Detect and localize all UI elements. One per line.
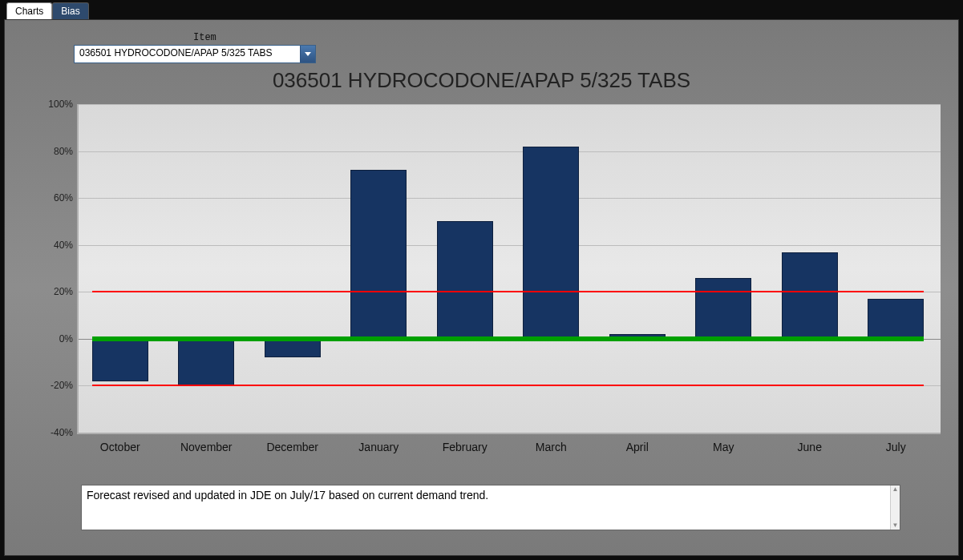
chart-title: 036501 HYDROCODONE/APAP 5/325 TABS <box>5 68 958 93</box>
gridline <box>79 104 941 105</box>
tab-bias[interactable]: Bias <box>52 2 88 19</box>
y-axis-tick: 60% <box>25 192 73 203</box>
bar-july <box>868 299 924 339</box>
x-axis-tick: July <box>856 441 936 453</box>
item-dropdown-value: 036501 HYDROCODONE/APAP 5/325 TABS <box>75 46 300 62</box>
x-axis-tick: June <box>770 441 850 453</box>
bar-november <box>178 339 234 386</box>
ref-line-upper <box>92 291 925 292</box>
bar-january <box>350 170 407 339</box>
gridline <box>79 151 941 152</box>
scroll-up-icon[interactable]: ▲ <box>892 485 899 494</box>
x-axis-tick: October <box>80 441 160 453</box>
bar-december <box>265 339 321 357</box>
chevron-down-icon[interactable] <box>300 46 315 62</box>
x-axis-tick: December <box>253 441 333 453</box>
item-label: Item <box>193 32 216 43</box>
y-axis-tick: 100% <box>25 99 73 110</box>
x-axis-tick: February <box>425 441 505 453</box>
bias-chart: 100%80%60%40%20%0%-20%-40%OctoberNovembe… <box>21 100 943 477</box>
y-axis-tick: 20% <box>25 286 73 297</box>
y-axis-tick: -40% <box>25 427 73 438</box>
bar-may <box>695 278 751 339</box>
gridline <box>79 198 941 199</box>
bar-february <box>437 221 493 338</box>
item-dropdown[interactable]: 036501 HYDROCODONE/APAP 5/325 TABS <box>74 45 316 63</box>
ref-line-lower <box>92 385 925 386</box>
notes-textarea[interactable]: Forecast revised and updated in JDE on J… <box>81 485 900 530</box>
notes-scrollbar[interactable]: ▲ ▼ <box>890 485 900 530</box>
x-axis-tick: January <box>338 441 419 453</box>
x-axis-tick: March <box>511 441 591 453</box>
notes-text: Forecast revised and updated in JDE on J… <box>82 485 890 530</box>
ref-line-zero <box>92 336 925 341</box>
content-panel: Item 036501 HYDROCODONE/APAP 5/325 TABS … <box>4 19 959 556</box>
bar-october <box>92 339 148 381</box>
y-axis-tick: -20% <box>25 380 73 391</box>
y-axis-tick: 0% <box>25 333 73 344</box>
gridline <box>79 245 941 246</box>
x-axis-tick: May <box>683 441 763 453</box>
tab-strip: Charts Bias <box>2 2 961 19</box>
tab-charts[interactable]: Charts <box>6 2 52 19</box>
x-axis-tick: November <box>166 441 246 453</box>
scroll-down-icon[interactable]: ▼ <box>892 522 899 530</box>
y-axis-tick: 80% <box>25 146 73 157</box>
x-axis-tick: April <box>597 441 678 453</box>
bar-june <box>782 252 838 339</box>
y-axis-tick: 40% <box>25 240 73 251</box>
bar-march <box>523 147 579 339</box>
